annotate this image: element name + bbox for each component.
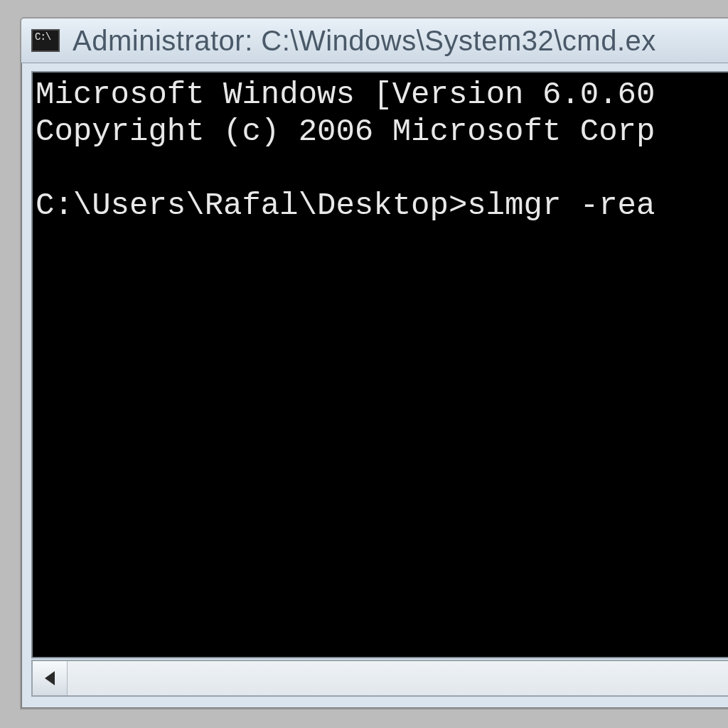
- cmd-window: Administrator: C:\Windows\System32\cmd.e…: [20, 17, 728, 710]
- output-line: Copyright (c) 2006 Microsoft Corp: [36, 114, 655, 149]
- cmd-icon[interactable]: [31, 29, 60, 52]
- output-line: Microsoft Windows [Version 6.0.60: [36, 77, 655, 112]
- titlebar[interactable]: Administrator: C:\Windows\System32\cmd.e…: [21, 18, 728, 63]
- terminal-viewport[interactable]: Microsoft Windows [Version 6.0.60 Copyri…: [31, 71, 728, 658]
- horizontal-scrollbar[interactable]: [31, 660, 728, 697]
- terminal-output[interactable]: Microsoft Windows [Version 6.0.60 Copyri…: [33, 73, 728, 225]
- scroll-left-button[interactable]: [33, 661, 68, 695]
- prompt-line[interactable]: C:\Users\Rafal\Desktop>slmgr -rea: [36, 188, 655, 223]
- window-title: Administrator: C:\Windows\System32\cmd.e…: [73, 26, 656, 55]
- desktop-background: Administrator: C:\Windows\System32\cmd.e…: [0, 0, 728, 728]
- chevron-left-icon: [45, 671, 55, 685]
- scroll-track[interactable]: [68, 661, 728, 695]
